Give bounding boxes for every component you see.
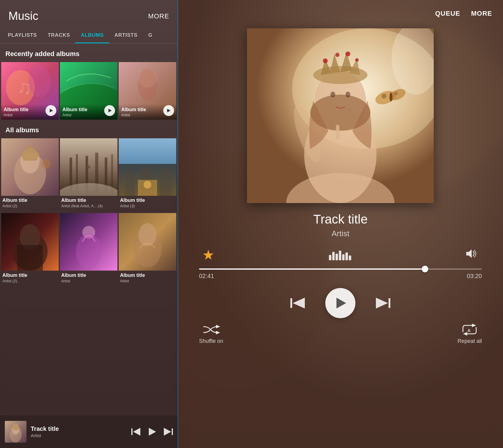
svg-marker-82 <box>216 331 220 334</box>
all-album-5[interactable]: Album title Artist <box>60 213 117 287</box>
shuffle-label: Shuffle on <box>199 338 223 344</box>
svg-rect-43 <box>131 428 133 435</box>
repeat-control[interactable]: A Repeat all <box>458 323 482 344</box>
progress-thumb[interactable] <box>422 266 428 272</box>
all-album-6-name: Album title <box>120 273 175 278</box>
svg-point-72 <box>389 92 392 102</box>
all-album-5-info: Album title Artist <box>60 271 117 287</box>
svg-marker-76 <box>466 249 472 258</box>
all-album-6-info: Album title Artist <box>119 271 176 287</box>
now-playing-art <box>247 28 434 203</box>
recent-album-2[interactable]: Album title Artist <box>60 62 117 120</box>
svg-point-12 <box>41 159 51 169</box>
play-pause-button[interactable] <box>325 288 355 318</box>
all-album-4[interactable]: Album title Artist (2) <box>1 213 59 287</box>
tab-genre[interactable]: G <box>143 27 155 43</box>
bottom-labels: Shuffle on A Repeat all <box>178 318 503 344</box>
all-album-6-artist: Artist <box>120 279 175 283</box>
all-album-5-name: Album title <box>61 273 116 278</box>
skip-back-button[interactable] <box>290 296 307 310</box>
svg-rect-79 <box>389 298 390 308</box>
mini-track-artist: Artist <box>31 433 127 438</box>
repeat-label: Repeat all <box>458 338 482 344</box>
eq-bar-5 <box>342 254 345 260</box>
tab-playlists[interactable]: PLAYLISTS <box>2 27 42 43</box>
recently-added-grid: ♫ Album title Artist <box>0 62 178 120</box>
svg-point-38 <box>139 223 156 246</box>
progress-section: 02:41 03:20 <box>178 263 503 280</box>
svg-marker-84 <box>463 332 467 336</box>
svg-text:A: A <box>467 328 470 333</box>
right-panel: QUEUE MORE <box>178 0 503 448</box>
svg-point-57 <box>313 66 367 84</box>
all-album-2-name: Album title <box>61 198 116 203</box>
recent-album-1[interactable]: ♫ Album title Artist <box>1 62 59 120</box>
all-album-2-info: Album title Artist (feat.Artist, A... (4… <box>60 196 117 212</box>
all-album-6[interactable]: Album title Artist <box>119 213 176 287</box>
mini-skip-forward-button[interactable] <box>162 427 173 436</box>
all-album-4-info: Album title Artist (2) <box>1 271 59 287</box>
controls-row: ★ <box>178 238 503 263</box>
eq-bar-3 <box>336 254 338 260</box>
tab-artists[interactable]: ARTISTS <box>109 27 143 43</box>
eq-bar-6 <box>345 252 348 260</box>
all-album-1-info: Album title Artist (2) <box>1 196 59 212</box>
recent-album-3[interactable]: Album title Artist <box>119 62 176 120</box>
all-album-2[interactable]: Album title Artist (feat.Artist, A... (4… <box>60 138 117 212</box>
left-panel: Music MORE PLAYLISTS TRACKS ALBUMS ARTIS… <box>0 0 178 448</box>
mini-skip-back-button[interactable] <box>131 427 142 436</box>
more-button[interactable]: MORE <box>148 12 169 20</box>
mini-play-pause-button[interactable] <box>148 427 157 436</box>
all-album-2-artist: Artist (feat.Artist, A... (4) <box>61 204 116 208</box>
svg-marker-45 <box>149 428 156 436</box>
all-album-4-artist: Artist (2) <box>2 279 58 283</box>
eq-bar-2 <box>332 252 335 260</box>
svg-point-64 <box>345 52 350 56</box>
svg-point-68 <box>345 92 350 98</box>
total-time: 03:20 <box>467 273 482 280</box>
shuffle-control[interactable]: Shuffle on <box>199 323 223 344</box>
all-album-1[interactable]: Album title Artist (2) <box>1 138 59 212</box>
mini-info: Track title Artist <box>31 425 127 438</box>
recent-album-3-play[interactable] <box>163 105 174 116</box>
tab-tracks[interactable]: TRACKS <box>42 27 75 43</box>
all-album-1-name: Album title <box>2 198 58 203</box>
svg-marker-44 <box>133 428 140 436</box>
current-time: 02:41 <box>199 273 214 280</box>
playback-controls <box>178 288 503 318</box>
all-albums-grid: Album title Artist (2) <box>0 138 178 287</box>
time-row: 02:41 03:20 <box>199 273 482 280</box>
play-icon-large <box>336 298 346 309</box>
mini-player: Track title Artist <box>0 415 178 448</box>
svg-rect-24 <box>125 170 135 196</box>
progress-bar[interactable] <box>199 268 482 270</box>
favorite-button[interactable]: ★ <box>202 247 214 263</box>
app-title: Music <box>8 10 38 23</box>
eq-bar-1 <box>329 255 331 260</box>
svg-point-74 <box>394 92 398 95</box>
svg-rect-69 <box>336 125 339 140</box>
eq-bar-4 <box>339 251 341 260</box>
recently-added-title: Recently added albums <box>0 43 178 62</box>
svg-rect-32 <box>17 245 43 271</box>
svg-point-73 <box>382 94 386 99</box>
right-content: QUEUE MORE <box>178 0 503 448</box>
skip-forward-button[interactable] <box>373 296 390 310</box>
play-icon <box>50 109 53 112</box>
right-more-button[interactable]: MORE <box>471 10 492 17</box>
play-icon <box>108 109 112 112</box>
svg-marker-47 <box>164 428 171 436</box>
track-artist: Artist <box>332 229 349 238</box>
all-album-3-name: Album title <box>120 198 175 203</box>
tab-albums[interactable]: ALBUMS <box>75 27 109 43</box>
all-album-3[interactable]: Album title Artist (3) <box>119 138 176 212</box>
queue-button[interactable]: QUEUE <box>435 10 460 17</box>
all-album-3-artist: Artist (3) <box>120 204 175 208</box>
equalizer-button[interactable] <box>329 249 351 260</box>
shuffle-icon <box>202 323 220 336</box>
volume-button[interactable] <box>466 248 479 262</box>
repeat-icon: A <box>461 323 479 336</box>
svg-point-21 <box>87 166 91 169</box>
eq-bar-7 <box>349 255 351 260</box>
svg-marker-78 <box>293 298 305 309</box>
